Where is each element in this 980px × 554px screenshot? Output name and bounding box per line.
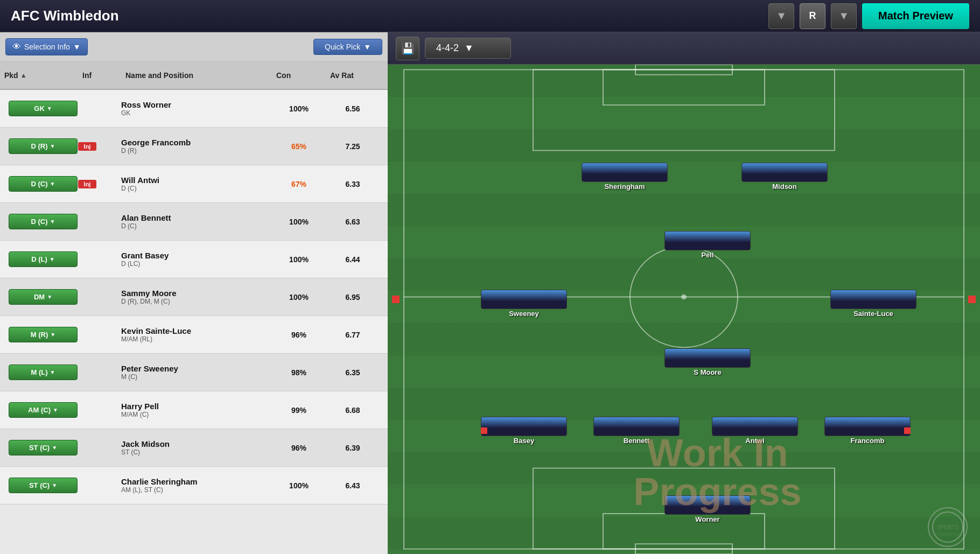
col-av-rat[interactable]: Av Rat (326, 71, 380, 80)
rating-value: 6.68 (326, 406, 380, 415)
table-row[interactable]: M (L)▼Peter SweeneyM (C)98%6.35 (0, 354, 388, 391)
formation-selector[interactable]: 4-4-2 ▼ (425, 38, 511, 59)
table-row[interactable]: D (R)▼InjGeorge FrancombD (R)65%7.25 (0, 128, 388, 165)
condition-value: 67% (272, 180, 326, 188)
pos-btn-9[interactable]: ST (C)▼ (9, 440, 78, 455)
player-name: Jack Midson (121, 439, 272, 448)
player-card-inner-sweeney (481, 290, 567, 309)
pitch: WornerBaseyBennettAntwiFrancombS MooreSw… (388, 65, 980, 554)
player-card-worner[interactable]: Worner (664, 495, 751, 523)
selection-info-label: Selection Info (24, 43, 70, 51)
svg-point-1 (630, 247, 738, 348)
selection-info-button[interactable]: 👁 Selection Info ▼ (5, 38, 88, 55)
pos-btn-10[interactable]: ST (C)▼ (9, 478, 78, 493)
player-position: GK (121, 109, 272, 117)
table-row[interactable]: DM▼Sammy MooreD (R), DM, M (C)100%6.95 (0, 278, 388, 316)
r-button[interactable]: R (800, 3, 825, 29)
pos-btn-2[interactable]: D (C)▼ (9, 176, 78, 192)
corner-flag-left (392, 296, 400, 303)
player-name-label-sheringham: Sheringham (604, 183, 645, 191)
condition-value: 65% (272, 142, 326, 151)
player-name-label-midson: Midson (772, 183, 797, 191)
player-card-basey[interactable]: Basey (481, 417, 567, 445)
table-row[interactable]: ST (C)▼Jack MidsonST (C)96%6.39 (0, 429, 388, 467)
pos-btn-7[interactable]: M (L)▼ (9, 364, 78, 380)
pos-btn-6[interactable]: M (R)▼ (9, 327, 78, 342)
player-card-inner-francomb (824, 417, 911, 436)
player-card-sweeney[interactable]: Sweeney (481, 290, 567, 318)
player-position: D (LC) (121, 260, 272, 268)
player-card-francomb[interactable]: Francomb (824, 417, 911, 445)
table-row[interactable]: M (R)▼Kevin Sainte-LuceM/AM (RL)96%6.77 (0, 316, 388, 354)
pos-label: D (C) (31, 180, 48, 188)
player-card-s_moore[interactable]: S Moore (664, 348, 751, 376)
rating-value: 6.35 (326, 368, 380, 377)
condition-value: 100% (272, 104, 326, 113)
svg-rect-9 (635, 544, 732, 554)
main-layout: 👁 Selection Info ▼ Quick Pick ▼ Pkd ▲ In… (0, 32, 980, 554)
pos-btn-4[interactable]: D (L)▼ (9, 251, 78, 267)
injury-badge: Inj (78, 142, 96, 151)
player-info: Jack MidsonST (C) (121, 439, 272, 456)
player-name-label-pell: Pell (701, 251, 713, 259)
player-card-sheringham[interactable]: Sheringham (582, 163, 668, 191)
table-row[interactable]: GK▼Ross WornerGK100%6.56 (0, 90, 388, 128)
arrow-right-btn[interactable]: ▼ (831, 3, 857, 29)
player-card-bennett[interactable]: Bennett (593, 417, 680, 445)
match-preview-button[interactable]: Match Preview (862, 3, 969, 29)
table-row[interactable]: ST (C)▼Charlie SheringhamAM (L), ST (C)1… (0, 467, 388, 504)
save-icon: 💾 (401, 42, 415, 55)
pos-dropdown-arrow: ▼ (50, 181, 55, 187)
condition-value: 96% (272, 444, 326, 452)
table-row[interactable]: D (L)▼Grant BaseyD (LC)100%6.44 (0, 241, 388, 278)
left-panel: 👁 Selection Info ▼ Quick Pick ▼ Pkd ▲ In… (0, 32, 388, 554)
player-card-antwi[interactable]: Antwi (712, 417, 798, 445)
pos-label: D (C) (31, 218, 48, 226)
quick-pick-label: Quick Pick (325, 43, 360, 51)
player-card-inner-pell (664, 231, 751, 250)
arrow-left-btn[interactable]: ▼ (768, 3, 794, 29)
pos-dropdown-arrow: ▼ (50, 219, 55, 225)
player-card-inner-sainte_luce (830, 290, 916, 309)
svg-rect-6 (635, 65, 732, 75)
player-info: Charlie SheringhamAM (L), ST (C) (121, 477, 272, 494)
condition-value: 100% (272, 255, 326, 264)
player-name-label-antwi: Antwi (745, 437, 764, 445)
player-position: ST (C) (121, 448, 272, 456)
svg-point-10 (928, 508, 967, 546)
player-position: D (C) (121, 222, 272, 230)
player-name-label-sainte_luce: Sainte-Luce (853, 310, 893, 318)
rating-value: 7.25 (326, 142, 380, 151)
pos-btn-5[interactable]: DM▼ (9, 289, 78, 305)
player-info: Sammy MooreD (R), DM, M (C) (121, 289, 272, 305)
player-card-pell[interactable]: Pell (664, 231, 751, 259)
player-position: D (R), DM, M (C) (121, 298, 272, 305)
col-inf[interactable]: Inf (78, 71, 121, 80)
player-info: Harry PellM/AM (C) (121, 402, 272, 418)
pos-btn-8[interactable]: AM (C)▼ (9, 402, 78, 418)
pos-label: ST (C) (29, 444, 50, 452)
rating-value: 6.43 (326, 481, 380, 490)
pos-btn-1[interactable]: D (R)▼ (9, 138, 78, 154)
quick-pick-button[interactable]: Quick Pick ▼ (313, 39, 382, 55)
quick-pick-chevron: ▼ (363, 43, 371, 51)
player-card-midson[interactable]: Midson (741, 163, 828, 191)
player-name: George Francomb (121, 138, 272, 147)
formation-label: 4-4-2 (436, 43, 459, 54)
player-position: D (R) (121, 147, 272, 155)
pos-dropdown-arrow: ▼ (52, 445, 57, 451)
col-con[interactable]: Con (272, 71, 326, 80)
svg-text:INTERACTIVE: INTERACTIVE (934, 532, 962, 537)
player-card-sainte_luce[interactable]: Sainte-Luce (830, 290, 916, 318)
pos-btn-3[interactable]: D (C)▼ (9, 214, 78, 229)
save-formation-button[interactable]: 💾 (396, 37, 419, 60)
player-position: M/AM (C) (121, 411, 272, 418)
condition-value: 100% (272, 293, 326, 301)
pos-btn-0[interactable]: GK▼ (9, 101, 78, 116)
col-name-pos[interactable]: Name and Position (121, 71, 272, 80)
col-pkd[interactable]: Pkd ▲ (0, 71, 78, 80)
table-row[interactable]: D (C)▼Alan BennettD (C)100%6.63 (0, 203, 388, 241)
table-row[interactable]: D (C)▼InjWill AntwiD (C)67%6.33 (0, 165, 388, 203)
pos-dropdown-arrow: ▼ (50, 369, 55, 375)
table-row[interactable]: AM (C)▼Harry PellM/AM (C)99%6.68 (0, 391, 388, 429)
